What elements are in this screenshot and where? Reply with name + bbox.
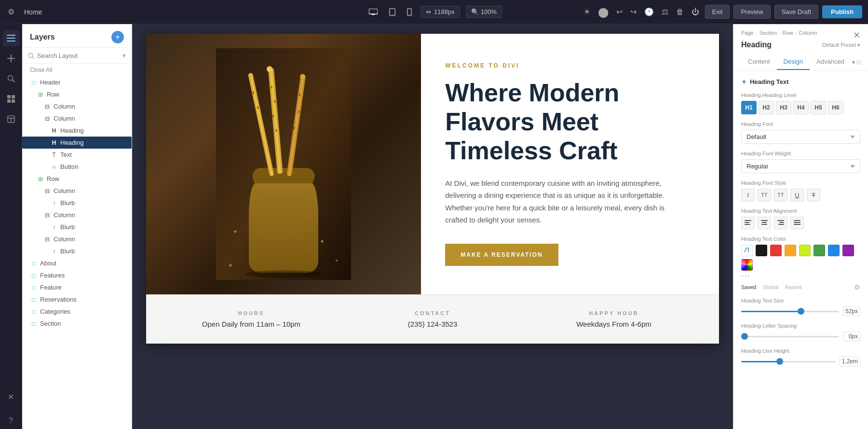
swatch-lime[interactable] [799,245,811,256]
breadcrumb-column[interactable]: Column [799,30,817,36]
swatch-tab-saved[interactable]: Saved [741,284,756,290]
layer-feature[interactable]: □ Feature [22,281,132,293]
hero-cta-button[interactable]: MAKE A RESERVATION [445,244,558,266]
layer-blurb-3[interactable]: ↑ Blurb [22,245,132,257]
swatch-gradient[interactable] [741,259,753,271]
italic-btn[interactable]: I [741,189,755,201]
layer-heading-2[interactable]: H Heading [22,137,132,149]
tab-maximize-btn[interactable]: □ [857,59,860,66]
settings-button[interactable]: ⚙ [6,5,16,18]
filter-icon[interactable]: ▾ [122,52,126,59]
layer-col-2[interactable]: ⊟ Column [22,112,132,125]
layer-text-1[interactable]: T Text [22,149,132,161]
heading-level-h2[interactable]: H2 [759,101,774,114]
more-colors-btn[interactable]: ··· [741,272,860,280]
heading-text-section-toggle[interactable]: ▼ Heading Text [741,78,860,85]
small-caps-btn[interactable]: TT [758,189,771,201]
heading-level-h6[interactable]: H6 [828,101,843,114]
layers-add-button[interactable]: + [111,31,124,43]
preview-button[interactable]: Preview [733,5,770,19]
layers-icon-btn[interactable] [3,30,19,46]
redo-btn[interactable]: ↪ [628,5,638,18]
heading-line-height-slider[interactable] [741,361,836,362]
preset-select-button[interactable]: Default Preset ▾ [822,42,860,48]
publish-button[interactable]: Publish [822,5,862,18]
all-caps-btn[interactable]: TT [774,189,787,201]
grid-icon-btn[interactable] [3,91,19,107]
search-input[interactable] [37,52,120,59]
align-center-btn[interactable] [758,217,771,229]
help-icon-btn[interactable]: ? [3,413,19,429]
layer-blurb-1[interactable]: ↑ Blurb [22,197,132,209]
align-left-btn[interactable] [741,217,755,229]
desktop-device-btn[interactable] [366,7,380,17]
heading-font-weight-select[interactable]: Regular [741,159,860,173]
sun-icon-btn[interactable]: ☀ [582,5,592,18]
layer-col-1[interactable]: ⊟ Column [22,100,132,112]
breadcrumb-section[interactable]: Section [759,30,777,36]
heading-level-h1[interactable]: H1 [741,101,757,114]
layer-reservations[interactable]: □ Reservations [22,293,132,305]
layer-about[interactable]: □ About [22,257,132,269]
heading-text-size-slider[interactable] [741,311,839,312]
tab-dropdown-btn[interactable]: ▾ [852,59,855,66]
layout-btn[interactable]: ⚖ [660,5,670,18]
layer-features[interactable]: □ Features [22,269,132,281]
swatch-red[interactable] [770,245,782,256]
swatch-settings-icon[interactable]: ⚙ [854,283,860,291]
swatch-tab-recent[interactable]: Recent [785,284,802,290]
heading-level-h4[interactable]: H4 [793,101,809,114]
heading-level-h5[interactable]: H5 [811,101,826,114]
mobile-device-btn[interactable] [404,6,415,18]
trash-btn[interactable]: 🗑 [674,6,686,18]
tab-advanced[interactable]: Advanced [810,54,851,70]
layer-blurb-2[interactable]: ↑ Blurb [22,221,132,233]
exit-button[interactable]: Exit [705,5,730,19]
layer-heading-1[interactable]: H Heading [22,125,132,137]
svg-rect-6 [7,35,15,36]
layer-feature-icon: □ [30,284,38,291]
undo-btn[interactable]: ↩ [614,5,624,18]
layer-header[interactable]: □ Header [22,76,132,88]
align-right-btn[interactable] [774,217,787,229]
save-draft-button[interactable]: Save Draft [774,5,818,19]
heading-text-alignment-row: Heading Text Alignment [741,208,860,229]
heading-level-h3[interactable]: H3 [776,101,791,114]
block-icon-btn[interactable] [3,111,19,127]
heading-font-select[interactable]: Default [741,130,860,144]
toggle-btn[interactable]: ⬤ [596,4,610,20]
close-panel-button[interactable]: ✕ [853,30,860,41]
wrench-icon-btn[interactable]: ✕ [3,388,19,405]
breadcrumb-page[interactable]: Page [741,30,754,36]
swatch-blue[interactable] [828,245,840,256]
close-all-button[interactable]: Close All [22,64,132,76]
swatch-black[interactable] [756,245,767,256]
layer-categories[interactable]: □ Categories [22,305,132,318]
add-icon-btn[interactable] [3,50,19,67]
layer-row-2[interactable]: ⊞ Row [22,173,132,185]
power-btn[interactable]: ⏻ [690,6,701,18]
layer-section[interactable]: □ Section [22,318,132,330]
swatch-tab-global[interactable]: Global [763,284,778,290]
color-picker-button[interactable] [741,245,753,256]
layer-col-5[interactable]: ⊟ Column [22,233,132,245]
svg-rect-7 [7,38,15,39]
swatch-yellow[interactable] [785,245,796,256]
strikethrough-btn[interactable]: T [807,189,820,201]
layer-col-3[interactable]: ⊟ Column [22,185,132,197]
history-btn[interactable]: 🕐 [642,5,656,18]
tab-design[interactable]: Design [777,54,810,70]
swatch-purple[interactable] [842,245,854,256]
breadcrumb-row[interactable]: Row [783,30,793,36]
swatch-green[interactable] [814,245,825,256]
search-icon-btn[interactable] [3,70,19,87]
tablet-device-btn[interactable] [386,6,398,18]
layer-button-1[interactable]: ○ Button [22,161,132,173]
hero-description: At Divi, we blend contemporary cuisine w… [445,177,667,226]
underline-btn[interactable]: U [790,189,804,201]
heading-letter-spacing-slider[interactable] [741,336,839,337]
align-justify-btn[interactable] [790,217,804,229]
layer-col-4[interactable]: ⊟ Column [22,209,132,221]
tab-content[interactable]: Content [741,54,777,70]
layer-row-1[interactable]: ⊞ Row [22,88,132,100]
